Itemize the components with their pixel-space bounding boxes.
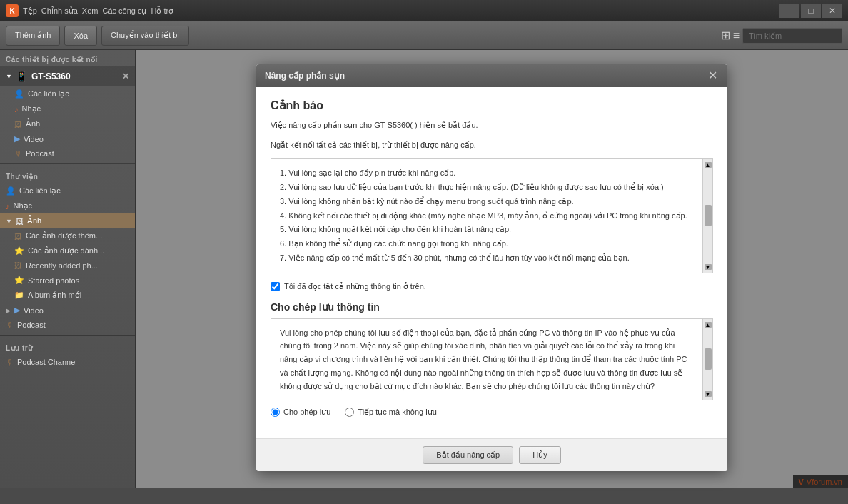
album-icon: 📁 xyxy=(14,291,24,300)
list-item: 1. Vui lòng sạc lại cho đầy pin trước kh… xyxy=(280,166,694,181)
sidebar-item-library-video[interactable]: ▶ ▶ Video xyxy=(0,303,135,318)
title-bar: K Tệp Chỉnh sửa Xem Các công cụ Hỗ trợ —… xyxy=(0,0,848,21)
sidebar-label: Các liên lạc xyxy=(19,186,61,196)
radio-allow-label: Cho phép lưu xyxy=(283,408,330,417)
warning-list-box: 1. Vui lòng sạc lại cho đầy pin trước kh… xyxy=(271,158,713,273)
sidebar-item-device-music[interactable]: ♪ Nhạc xyxy=(0,101,135,116)
menu-help[interactable]: Hỗ trợ xyxy=(151,6,173,16)
sidebar-item-library-podcast[interactable]: 🎙 Podcast xyxy=(0,318,135,332)
list-item: 4. Không kết nối các thiết bị di động kh… xyxy=(280,209,694,223)
device-name: GT-S5360 xyxy=(31,71,71,81)
start-upgrade-button[interactable]: Bắt đầu nâng cấp xyxy=(423,446,513,464)
sidebar-item-device-video[interactable]: ▶ Video xyxy=(0,131,135,146)
checkbox-row: Tôi đã đọc tất cả những thông tin ở trên… xyxy=(271,282,713,291)
sidebar-label: Video xyxy=(24,306,44,315)
sidebar-item-rated-photos[interactable]: ⭐ Các ảnh được đánh... xyxy=(0,243,135,258)
sidebar-item-new-album[interactable]: 📁 Album ảnh mới xyxy=(0,288,135,303)
star-icon: ⭐ xyxy=(14,246,24,256)
sidebar-item-device-photos[interactable]: 🖼 Ảnh xyxy=(0,116,135,131)
add-photo-button[interactable]: Thêm ảnh xyxy=(6,26,60,46)
warning-line2: Ngắt kết nối tất cả các thiết bị, trừ th… xyxy=(271,139,713,152)
contacts-icon: 👤 xyxy=(6,186,16,196)
checkbox-label: Tôi đã đọc tất cả những thông tin ở trên… xyxy=(284,282,426,291)
cancel-button[interactable]: Hủy xyxy=(519,446,560,464)
sidebar-label: Starred photos xyxy=(28,276,79,285)
device-close-icon[interactable]: ✕ xyxy=(122,71,129,81)
sidebar-label: Nhạc xyxy=(22,104,41,114)
radio-allow-input[interactable] xyxy=(271,408,280,417)
expand-arrow: ▼ xyxy=(6,218,12,225)
phone-icon: 📱 xyxy=(16,71,28,82)
app-logo: K xyxy=(6,4,19,17)
view-list-icon[interactable]: ≡ xyxy=(733,29,740,42)
firmware-upgrade-dialog: Nâng cấp phần sụn ✕ Cảnh báo Việc nâng c… xyxy=(256,64,727,471)
photo-icon: 🖼 xyxy=(14,120,22,128)
star-icon: ⭐ xyxy=(14,276,24,285)
read-checkbox[interactable] xyxy=(271,282,280,291)
sidebar-label: Podcast xyxy=(26,149,54,158)
dialog-title-bar: Nâng cấp phần sụn ✕ xyxy=(256,64,727,87)
sidebar-item-recent-photos[interactable]: 🖼 Recently added ph... xyxy=(0,258,135,273)
list-item: 3. Vui lòng không nhấn bất kỳ nút nào để… xyxy=(280,195,694,209)
radio-skip-label: Tiếp tục mà không lưu xyxy=(358,408,436,417)
sidebar-item-library-photos[interactable]: ▼ 🖼 Ảnh xyxy=(0,213,135,228)
sidebar-section-storage: Lưu trữ xyxy=(0,338,135,355)
window-controls: — □ ✕ xyxy=(779,4,842,18)
warning-title: Cảnh báo xyxy=(271,99,713,112)
radio-row: Cho phép lưu Tiếp tục mà không lưu xyxy=(271,408,713,417)
music-icon: ♪ xyxy=(6,202,10,211)
content-area: Nâng cấp phần sụn ✕ Cảnh báo Việc nâng c… xyxy=(136,50,848,488)
expand-arrow: ▶ xyxy=(6,307,11,314)
sidebar-label: Podcast Channel xyxy=(17,358,77,366)
sidebar-item-podcast-channel[interactable]: 🎙 Podcast Channel xyxy=(0,355,135,369)
sidebar-device[interactable]: ▼ 📱 GT-S5360 ✕ xyxy=(0,66,135,86)
podcast-icon: 🎙 xyxy=(6,321,14,329)
menu-view[interactable]: Xem xyxy=(82,6,99,15)
scrollbar[interactable]: ▲ ▼ xyxy=(702,159,712,273)
minimize-button[interactable]: — xyxy=(779,4,799,18)
search-input[interactable] xyxy=(742,28,842,44)
delete-button[interactable]: Xóa xyxy=(64,26,97,46)
list-item: 2. Vui lòng sao lưu dữ liệu của bạn trướ… xyxy=(280,181,694,195)
sidebar-item-library-music[interactable]: ♪ Nhạc xyxy=(0,198,135,213)
podcast-icon: 🎙 xyxy=(14,149,22,158)
info-title: Cho chép lưu thông tin xyxy=(271,301,713,313)
list-item: 6. Bạn không thể sử dụng các chức năng g… xyxy=(280,237,694,251)
sidebar: Các thiết bị được kết nối ▼ 📱 GT-S5360 ✕… xyxy=(0,50,136,488)
sidebar-item-device-contacts[interactable]: 👤 Các liên lạc xyxy=(0,86,135,101)
list-item: 7. Việc nâng cấp có thể mất từ 5 đến 30 … xyxy=(280,251,694,266)
menu-file[interactable]: Tệp xyxy=(23,6,37,16)
send-to-device-button[interactable]: Chuyển vào thiết bị xyxy=(101,26,189,46)
radio-skip-input[interactable] xyxy=(345,408,354,417)
sidebar-item-device-podcast[interactable]: 🎙 Podcast xyxy=(0,146,135,161)
warning-section: Cảnh báo Việc nâng cấp phần sụn cho GT-S… xyxy=(271,99,713,291)
maximize-button[interactable]: □ xyxy=(801,4,821,18)
radio-allow[interactable]: Cho phép lưu xyxy=(271,408,330,417)
photo-icon: 🖼 xyxy=(14,261,22,270)
title-bar-left: K Tệp Chỉnh sửa Xem Các công cụ Hỗ trợ xyxy=(6,4,173,17)
info-section: Cho chép lưu thông tin Vui lòng cho phép… xyxy=(271,301,713,417)
sidebar-item-library-contacts[interactable]: 👤 Các liên lạc xyxy=(0,183,135,198)
close-button[interactable]: ✕ xyxy=(822,4,842,18)
sidebar-item-starred-photos[interactable]: ⭐ Starred photos xyxy=(0,273,135,288)
main-layout: Các thiết bị được kết nối ▼ 📱 GT-S5360 ✕… xyxy=(0,50,848,488)
photo-icon: 🖼 xyxy=(14,232,22,241)
video-icon: ▶ xyxy=(14,306,20,315)
sidebar-item-added-photos[interactable]: 🖼 Các ảnh được thêm... xyxy=(0,228,135,243)
sidebar-label: Các ảnh được thêm... xyxy=(26,231,102,241)
sidebar-label: Ảnh xyxy=(26,119,40,128)
sidebar-label: Các liên lạc xyxy=(28,89,69,99)
menu-tools[interactable]: Các công cụ xyxy=(102,6,146,16)
menu-edit[interactable]: Chỉnh sửa xyxy=(41,6,78,16)
sidebar-label: Các ảnh được đánh... xyxy=(28,246,104,256)
radio-skip[interactable]: Tiếp tục mà không lưu xyxy=(345,408,436,417)
music-icon: ♪ xyxy=(14,105,19,114)
sidebar-label: Recently added ph... xyxy=(26,261,98,270)
info-text: Vui lòng cho phép chúng tôi lưu số điện … xyxy=(271,319,702,400)
sidebar-label: Podcast xyxy=(17,321,46,329)
dialog-close-button[interactable]: ✕ xyxy=(707,70,719,81)
list-item: 5. Vui lòng không ngắt kết nối cáp cho đ… xyxy=(280,223,694,237)
view-grid-icon[interactable]: ⊞ xyxy=(721,29,730,42)
photo-icon: 🖼 xyxy=(16,217,24,226)
info-scrollbar[interactable]: ▲ ▼ xyxy=(702,319,712,400)
